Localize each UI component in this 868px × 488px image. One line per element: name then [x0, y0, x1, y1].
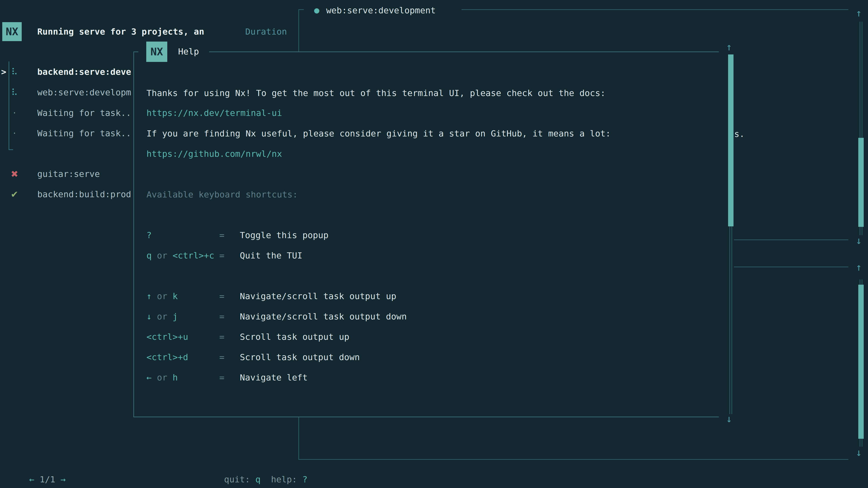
pager-prev-icon[interactable]: ← — [29, 475, 34, 484]
error-x-icon: ✖ — [9, 164, 20, 184]
scroll-up-icon[interactable]: ↑ — [856, 3, 862, 23]
output-panel-border-bottom — [734, 239, 848, 240]
quit-key: q — [255, 475, 260, 484]
help-hint-label: help: — [271, 475, 297, 484]
popup-title: Help — [178, 41, 199, 62]
task-label: Waiting for task.. — [37, 123, 131, 143]
popup-border-left — [133, 52, 134, 417]
shortcut-keys: <ctrl>+u — [147, 327, 188, 347]
popup-border-top-left-arm — [133, 52, 138, 52]
popup-border-bottom — [133, 417, 719, 417]
task-list-pager: ← 1/1 → — [8, 449, 66, 488]
shortcut-keys: <ctrl>+d — [147, 347, 188, 367]
shortcut-equals: = — [219, 286, 224, 306]
shortcut-keys: ← or h — [147, 367, 178, 388]
task-label: guitar:serve — [37, 164, 100, 184]
shortcut-description: Scroll task output down — [240, 347, 360, 367]
nx-logo: NX — [2, 22, 22, 41]
quit-hint-label: quit: — [224, 475, 250, 484]
shortcut-equals: = — [219, 347, 224, 367]
pager-position: 1/1 — [39, 475, 55, 484]
shortcut-description: Scroll task output up — [240, 327, 349, 347]
scroll-up-icon[interactable]: ↑ — [726, 37, 732, 57]
scrollbar-thumb[interactable] — [858, 138, 864, 227]
header-title: Running serve for 3 projects, an — [37, 22, 204, 42]
shortcut-equals: = — [219, 225, 224, 246]
bottom-panel-border-top — [734, 267, 848, 267]
help-intro-line: Thanks for using Nx! To get the most out… — [147, 83, 606, 103]
scroll-down-icon[interactable]: ↓ — [726, 409, 732, 429]
shortcut-equals: = — [219, 367, 224, 388]
output-panel-title: web:serve:development — [326, 0, 436, 21]
docs-link[interactable]: https://nx.dev/terminal-ui — [147, 103, 282, 123]
task-label: backend:serve:deve — [37, 62, 131, 82]
shortcut-description: Navigate/scroll task output down — [240, 306, 407, 327]
task-label: Waiting for task.. — [37, 103, 131, 123]
help-intro-line: If you are finding Nx useful, please con… — [147, 123, 611, 144]
spinner-icon: ⠧ — [9, 62, 20, 82]
shortcut-keys: ? — [147, 225, 152, 246]
shortcut-keys: ↓ or j — [147, 306, 178, 327]
task-label: backend:build:prod — [37, 184, 131, 204]
running-bullet-icon: ● — [314, 0, 320, 21]
pending-dot-icon: · — [9, 103, 20, 123]
duration-column-header: Duration — [245, 22, 287, 42]
success-check-icon: ✔ — [9, 184, 20, 204]
spinner-icon: ⠧ — [9, 82, 20, 103]
popup-border-top — [209, 52, 719, 52]
shortcut-keys: ↑ or k — [147, 286, 178, 306]
nx-tui-screen: NX Running serve for 3 projects, an Dura… — [0, 0, 868, 488]
shortcut-equals: = — [219, 327, 224, 347]
shortcut-keys: q or <ctrl>+c — [147, 246, 214, 266]
shortcut-equals: = — [219, 306, 224, 327]
selection-caret: > — [1, 62, 6, 82]
task-label: web:serve:developm — [37, 82, 131, 103]
popup-scrollbar-thumb[interactable] — [728, 55, 734, 226]
output-panel-border-top — [462, 9, 848, 10]
help-key: ? — [302, 475, 307, 484]
clipped-output-text: s. — [734, 124, 745, 144]
scroll-up-icon[interactable]: ↑ — [856, 257, 862, 278]
scroll-down-icon[interactable]: ↓ — [856, 230, 862, 251]
pending-dot-icon: · — [9, 123, 20, 143]
bottom-panel-border-bottom — [298, 459, 848, 460]
scroll-down-icon[interactable]: ↓ — [856, 442, 862, 463]
task-group-bracket-foot — [8, 149, 13, 150]
output-panel-border-corner-arm — [298, 9, 304, 10]
output-panel-border-left — [298, 9, 299, 52]
shortcut-description: Navigate/scroll task output up — [240, 286, 396, 306]
pager-next-icon[interactable]: → — [61, 475, 66, 484]
shortcut-description: Toggle this popup — [240, 225, 329, 246]
keybind-hints: quit: q help: ? — [203, 449, 308, 488]
shortcut-equals: = — [219, 246, 224, 266]
github-link[interactable]: https://github.com/nrwl/nx — [147, 144, 282, 164]
shortcuts-heading: Available keyboard shortcuts: — [147, 184, 298, 205]
shortcut-description: Navigate left — [240, 367, 308, 388]
popup-nx-logo: NX — [146, 41, 167, 62]
shortcut-description: Quit the TUI — [240, 246, 303, 266]
scrollbar-thumb[interactable] — [858, 285, 864, 439]
